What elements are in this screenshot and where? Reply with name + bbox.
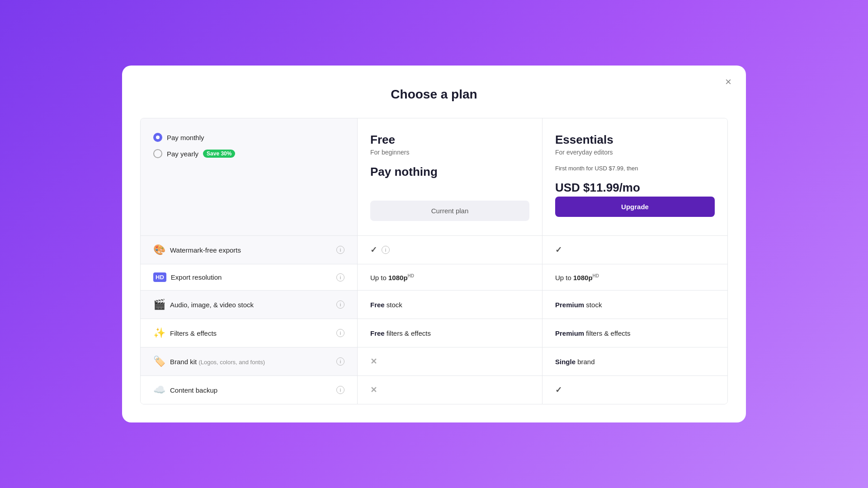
backup-icon: ☁️ <box>153 384 165 396</box>
monthly-label: Pay monthly <box>167 134 204 141</box>
filters-feature-label: ✨ Filters & effects i <box>141 319 358 347</box>
watermark-info-icon[interactable]: i <box>336 246 344 254</box>
brand-info-icon[interactable]: i <box>336 357 344 366</box>
filters-essentials-value: Premium filters & effects <box>542 319 727 347</box>
resolution-essentials-value: Up to 1080pHD <box>542 264 727 290</box>
watermark-feature-label: 🎨 Watermark-free exports i <box>141 235 358 264</box>
free-plan-header: Free For beginners Pay nothing Current p… <box>358 118 542 235</box>
essentials-plan-header: Essentials For everyday editors First mo… <box>542 118 727 235</box>
pricing-grid: Pay monthly Pay yearly Save 30% Free For… <box>140 118 728 404</box>
pricing-modal: × Choose a plan Pay monthly Pay yearly S… <box>122 66 746 422</box>
resolution-feature-label: HD Export resolution i <box>141 264 358 290</box>
brand-icon: 🏷️ <box>153 356 165 367</box>
current-plan-button: Current plan <box>370 201 529 221</box>
free-plan-tagline: For beginners <box>370 149 529 156</box>
filters-info-icon[interactable]: i <box>336 329 344 337</box>
brand-free-cross: ✕ <box>370 357 377 366</box>
billing-options: Pay monthly Pay yearly Save 30% <box>141 118 358 235</box>
watermark-essentials-value: ✓ <box>542 235 727 264</box>
stock-icon: 🎬 <box>153 299 165 310</box>
monthly-radio[interactable] <box>153 133 162 142</box>
free-plan-name: Free <box>370 133 529 147</box>
pay-yearly-option[interactable]: Pay yearly Save 30% <box>153 149 344 158</box>
close-button[interactable]: × <box>725 76 731 87</box>
pay-monthly-option[interactable]: Pay monthly <box>153 133 344 142</box>
backup-info-icon[interactable]: i <box>336 386 344 394</box>
filters-icon: ✨ <box>153 327 165 339</box>
resolution-info-icon[interactable]: i <box>336 273 344 282</box>
watermark-icon: 🎨 <box>153 244 165 256</box>
upgrade-button[interactable]: Upgrade <box>555 197 715 217</box>
filters-free-value: Free filters & effects <box>358 319 542 347</box>
stock-info-icon[interactable]: i <box>336 300 344 309</box>
brand-feature-label: 🏷️ Brand kit (Logos, colors, and fonts) … <box>141 347 358 375</box>
stock-feature-label: 🎬 Audio, image, & video stock i <box>141 290 358 319</box>
hd-icon: HD <box>153 272 166 282</box>
stock-essentials-value: Premium stock <box>542 290 727 319</box>
watermark-free-check: ✓ <box>370 245 377 255</box>
backup-free-value: ✕ <box>358 375 542 404</box>
backup-essentials-value: ✓ <box>542 375 727 404</box>
backup-feature-label: ☁️ Content backup i <box>141 375 358 404</box>
stock-free-value: Free stock <box>358 290 542 319</box>
yearly-label: Pay yearly <box>167 150 198 158</box>
brand-essentials-value: Single brand <box>542 347 727 375</box>
yearly-radio[interactable] <box>153 149 162 158</box>
watermark-free-info-icon[interactable]: i <box>382 246 390 254</box>
free-price: Pay nothing <box>370 165 529 179</box>
watermark-essentials-check: ✓ <box>555 245 562 255</box>
save-badge: Save 30% <box>203 150 235 158</box>
essentials-plan-name: Essentials <box>555 133 715 147</box>
essentials-price: USD $11.99/mo <box>555 181 715 195</box>
backup-free-cross: ✕ <box>370 385 377 395</box>
essentials-plan-tagline: For everyday editors <box>555 149 715 156</box>
essentials-price-sub: First month for USD $7.99, then <box>555 165 715 172</box>
watermark-free-value: ✓ i <box>358 235 542 264</box>
modal-title: Choose a plan <box>140 87 728 102</box>
brand-free-value: ✕ <box>358 347 542 375</box>
backup-essentials-check: ✓ <box>555 385 562 395</box>
resolution-free-value: Up to 1080pHD <box>358 264 542 290</box>
